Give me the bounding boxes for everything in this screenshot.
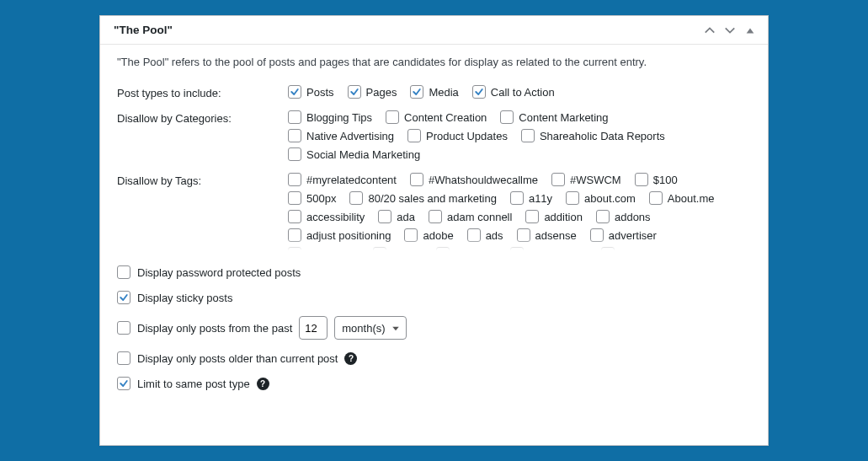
tag-label: adwords <box>455 248 496 251</box>
tag-checkbox[interactable] <box>596 210 610 223</box>
tag-item: affiliates <box>601 247 659 250</box>
collapse-toggle-icon[interactable] <box>744 24 756 36</box>
category-checkbox[interactable] <box>407 129 421 142</box>
tag-checkbox[interactable] <box>410 173 423 186</box>
post-type-checkbox[interactable] <box>348 85 361 99</box>
category-label: Blogging Tips <box>306 111 372 124</box>
checkbox-older-than-current[interactable] <box>117 351 130 365</box>
tag-item: #WSWCM <box>551 173 621 186</box>
tag-checkbox[interactable] <box>510 247 524 250</box>
tag-item: a11y <box>510 191 552 205</box>
tag-checkbox[interactable] <box>649 191 663 205</box>
tag-label: advertiser <box>609 229 657 242</box>
post-type-label: Posts <box>306 86 334 99</box>
tag-checkbox[interactable] <box>436 247 450 250</box>
option-sticky: Display sticky posts <box>117 291 751 304</box>
tag-label: ada <box>397 211 415 223</box>
chevron-up-icon[interactable] <box>704 24 716 36</box>
tags-scroll-region[interactable]: #myrelatedcontent#Whatshouldwecallme#WSW… <box>288 173 751 250</box>
tag-checkbox[interactable] <box>590 228 604 242</box>
tag-label: advertising <box>306 248 359 251</box>
tag-label: a11y <box>529 192 552 205</box>
post-type-label: Call to Action <box>491 86 555 99</box>
tag-label: adobe <box>423 229 453 242</box>
tag-checkbox[interactable] <box>404 228 418 242</box>
post-type-checkbox[interactable] <box>288 85 301 99</box>
tag-label: About.me <box>668 192 715 205</box>
tag-label: 500px <box>306 192 336 205</box>
disallow-tags-label: Disallow by Tags: <box>117 173 281 187</box>
category-checkbox[interactable] <box>386 110 399 124</box>
option-same-type: Limit to same post type ? <box>117 377 751 390</box>
tag-checkbox[interactable] <box>288 191 301 205</box>
panel-body: "The Pool" refers to the pool of posts a… <box>100 45 768 445</box>
category-item: Shareaholic Data Reports <box>521 129 665 142</box>
tag-label: adjust positioning <box>306 229 391 242</box>
tag-label: #Whatshouldwecallme <box>429 174 538 186</box>
tag-item: 500px <box>288 191 336 205</box>
select-past-unit[interactable]: month(s) <box>334 316 406 340</box>
tag-item: $100 <box>635 173 678 186</box>
tag-checkbox[interactable] <box>467 228 481 242</box>
help-icon[interactable]: ? <box>344 352 357 365</box>
tag-checkbox[interactable] <box>288 228 301 242</box>
tag-item: adjust positioning <box>288 228 391 242</box>
category-item: Social Media Marketing <box>288 147 420 161</box>
tag-item: accessibility <box>288 210 365 223</box>
tag-item: 80/20 sales and marketing <box>349 191 496 205</box>
tag-item: about.com <box>566 191 636 205</box>
tag-checkbox[interactable] <box>288 173 301 186</box>
tag-label: addition <box>544 211 583 223</box>
help-icon[interactable]: ? <box>257 378 269 390</box>
category-item: Blogging Tips <box>288 110 372 124</box>
tag-checkbox[interactable] <box>517 228 530 242</box>
panel-description: "The Pool" refers to the pool of posts a… <box>117 56 751 68</box>
category-label: Shareaholic Data Reports <box>540 130 665 142</box>
tag-checkbox[interactable] <box>373 247 386 250</box>
category-checkbox[interactable] <box>288 110 301 124</box>
tags-list: #myrelatedcontent#Whatshouldwecallme#WSW… <box>288 173 726 250</box>
tag-checkbox[interactable] <box>635 173 648 186</box>
category-item: Content Creation <box>386 110 487 124</box>
post-type-checkbox[interactable] <box>472 85 486 99</box>
tag-checkbox[interactable] <box>349 191 363 205</box>
tag-checkbox[interactable] <box>429 210 442 223</box>
category-label: Social Media Marketing <box>306 148 420 161</box>
post-type-label: Media <box>429 86 458 99</box>
panel-title: "The Pool" <box>114 24 173 36</box>
tag-item: advice <box>373 247 423 250</box>
category-label: Product Updates <box>426 130 508 142</box>
tag-checkbox[interactable] <box>288 247 301 250</box>
tag-item: adam connell <box>429 210 512 223</box>
category-checkbox[interactable] <box>288 147 301 161</box>
tag-checkbox[interactable] <box>288 210 301 223</box>
tag-checkbox[interactable] <box>551 173 565 186</box>
categories-list: Blogging TipsContent CreationContent Mar… <box>288 110 692 163</box>
category-checkbox[interactable] <box>500 110 514 124</box>
category-checkbox[interactable] <box>288 129 301 142</box>
option-older-than-current: Display only posts older than current po… <box>117 351 751 365</box>
post-type-item: Call to Action <box>472 85 555 99</box>
tag-item: adwords <box>436 247 496 250</box>
tag-checkbox[interactable] <box>525 210 539 223</box>
category-item: Content Marketing <box>500 110 608 124</box>
tag-label: adsense <box>535 229 577 242</box>
post-type-checkbox[interactable] <box>410 85 423 99</box>
tag-checkbox[interactable] <box>566 191 579 205</box>
tag-label: ads <box>486 229 503 242</box>
tag-item: About.me <box>649 191 715 205</box>
tag-checkbox[interactable] <box>601 247 615 250</box>
checkbox-password-protected[interactable] <box>117 265 130 279</box>
the-pool-panel: "The Pool" "The Pool" refers to the pool… <box>99 15 769 446</box>
option-past-only: Display only posts from the past month(s… <box>117 316 751 340</box>
tag-checkbox[interactable] <box>378 210 391 223</box>
checkbox-sticky[interactable] <box>117 291 130 304</box>
chevron-down-icon[interactable] <box>724 24 736 36</box>
input-past-value[interactable] <box>299 316 327 340</box>
category-item: Product Updates <box>407 129 508 142</box>
tag-checkbox[interactable] <box>510 191 524 205</box>
category-checkbox[interactable] <box>521 129 535 142</box>
checkbox-past-only[interactable] <box>117 321 130 335</box>
checkbox-same-type[interactable] <box>117 377 130 390</box>
tag-item: advertiser <box>590 228 657 242</box>
